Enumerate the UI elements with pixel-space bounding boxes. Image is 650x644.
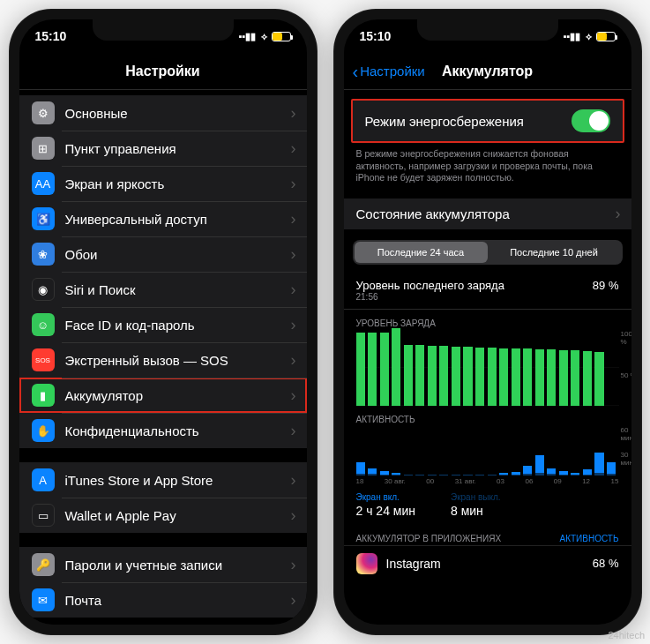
activity-chart: 60 мин30 мин — [356, 426, 619, 476]
time-range-segment[interactable]: Последние 24 часа Последние 10 дней — [353, 240, 623, 265]
phone-right: 15:10 ▪▪▮▮ ⟡ ‹ Настройки Аккумулятор Реж… — [333, 9, 642, 635]
settings-row-wallet[interactable]: ▭Wallet и Apple Pay› — [19, 498, 307, 533]
chevron-right-icon: › — [291, 591, 296, 610]
wifi-icon: ⟡ — [586, 31, 592, 42]
control-center-icon: ⊞ — [32, 137, 55, 160]
battery-level-chart: 100 %50 % — [356, 330, 619, 406]
accessibility-icon: ♿ — [32, 207, 55, 230]
passwords-icon: 🔑 — [32, 553, 55, 576]
segment-24h[interactable]: Последние 24 часа — [355, 242, 488, 263]
segment-10d[interactable]: Последние 10 дней — [488, 242, 621, 263]
chevron-right-icon: › — [291, 471, 296, 490]
signal-icon: ▪▪▮▮ — [564, 31, 581, 42]
chevron-right-icon: › — [291, 351, 296, 370]
settings-row-battery[interactable]: ▮Аккумулятор› — [19, 378, 307, 413]
navbar: Настройки — [19, 53, 307, 90]
battery-health-row[interactable]: Состояние аккумулятора › — [344, 198, 631, 229]
settings-row-control-center[interactable]: ⊞Пункт управления› — [19, 131, 307, 166]
chevron-right-icon: › — [291, 386, 296, 405]
settings-row-siri[interactable]: ◉Siri и Поиск› — [19, 272, 307, 307]
battery-icon: ▮ — [32, 384, 55, 407]
activity-link[interactable]: АКТИВНОСТЬ — [559, 534, 618, 543]
sos-icon: SOS — [32, 348, 55, 371]
low-power-footnote: В режиме энергосбережения снижается фоно… — [344, 143, 631, 184]
gear-icon: ⚙ — [32, 101, 55, 124]
signal-icon: ▪▪▮▮ — [239, 31, 257, 42]
low-power-toggle[interactable] — [572, 109, 610, 132]
apps-header: АККУМУЛЯТОР В ПРИЛОЖЕНИЯХ АКТИВНОСТЬ — [344, 525, 631, 545]
wallet-icon: ▭ — [32, 504, 55, 527]
privacy-icon: ✋ — [32, 419, 55, 442]
activity-header: АКТИВНОСТЬ — [344, 406, 631, 426]
chevron-right-icon: › — [291, 245, 296, 264]
chevron-right-icon: › — [291, 139, 296, 158]
settings-row-faceid[interactable]: ☺Face ID и код-пароль› — [19, 307, 307, 342]
mail-icon: ✉ — [32, 588, 55, 611]
chevron-right-icon: › — [291, 506, 296, 525]
last-charge-row: Уровень последнего заряда 21:56 89 % — [344, 272, 631, 310]
screen-usage: Экран вкл. 2 ч 24 мин Экран выкл. 8 мин — [344, 485, 631, 525]
app-row-instagram[interactable]: Instagram 68 % — [344, 545, 631, 581]
page-title: Настройки — [125, 64, 199, 79]
level-header: УРОВЕНЬ ЗАРЯДА — [344, 310, 631, 330]
chevron-right-icon: › — [291, 556, 296, 574]
wallpaper-icon: ❀ — [32, 243, 55, 266]
settings-list[interactable]: ⚙Основные›⊞Пункт управления›AAЭкран и яр… — [19, 90, 307, 625]
instagram-icon — [356, 553, 377, 574]
chart-x-labels: 1830 авг.0031 авг.0306091215 — [356, 477, 619, 485]
low-power-label: Режим энергосбережения — [365, 114, 572, 129]
settings-row-gear[interactable]: ⚙Основные› — [19, 95, 307, 131]
settings-row-display[interactable]: AAЭкран и яркость› — [19, 166, 307, 201]
chevron-right-icon: › — [291, 281, 296, 299]
chevron-right-icon: › — [291, 175, 296, 193]
highlight-lowpower: Режим энергосбережения — [351, 99, 624, 143]
display-icon: AA — [32, 172, 55, 195]
chevron-right-icon: › — [291, 316, 296, 334]
settings-row-passwords[interactable]: 🔑Пароли и учетные записи› — [19, 547, 307, 582]
settings-row-accessibility[interactable]: ♿Универсальный доступ› — [19, 201, 307, 236]
notch — [417, 19, 558, 41]
back-label: Настройки — [360, 64, 425, 79]
chevron-right-icon: › — [291, 210, 296, 228]
back-button[interactable]: ‹ Настройки — [353, 63, 425, 80]
low-power-row[interactable]: Режим энергосбережения — [353, 101, 623, 141]
chevron-right-icon: › — [291, 422, 296, 440]
settings-row-sos[interactable]: SOSЭкстренный вызов — SOS› — [19, 342, 307, 378]
faceid-icon: ☺ — [32, 313, 55, 336]
battery-icon — [596, 32, 616, 41]
status-time: 15:10 — [360, 29, 392, 43]
wifi-icon: ⟡ — [261, 31, 267, 42]
page-title: Аккумулятор — [442, 64, 533, 79]
chevron-right-icon: › — [616, 205, 621, 223]
settings-row-appstore[interactable]: AiTunes Store и App Store› — [19, 462, 307, 498]
siri-icon: ◉ — [32, 278, 55, 301]
status-time: 15:10 — [35, 29, 67, 43]
settings-row-mail[interactable]: ✉Почта› — [19, 582, 307, 618]
battery-content[interactable]: Режим энергосбережения В режиме энергосб… — [344, 90, 631, 625]
settings-row-privacy[interactable]: ✋Конфиденциальность› — [19, 413, 307, 448]
watermark: 24hitech — [608, 630, 645, 640]
chevron-right-icon: › — [291, 104, 296, 123]
navbar: ‹ Настройки Аккумулятор — [344, 53, 631, 90]
chevron-left-icon: ‹ — [353, 63, 359, 80]
appstore-icon: A — [32, 468, 55, 491]
settings-row-wallpaper[interactable]: ❀Обои› — [19, 236, 307, 272]
battery-icon — [272, 32, 291, 41]
phone-left: 15:10 ▪▪▮▮ ⟡ Настройки ⚙Основные›⊞Пункт … — [9, 9, 318, 635]
notch — [93, 19, 234, 41]
